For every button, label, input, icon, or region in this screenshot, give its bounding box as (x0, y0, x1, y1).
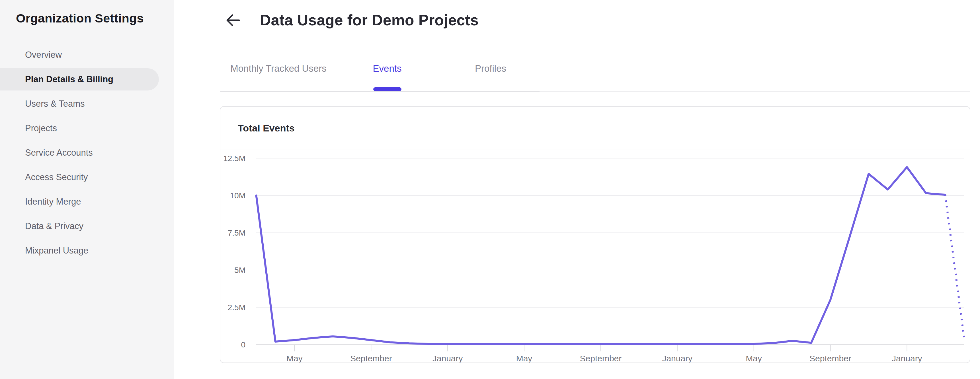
sidebar-item-overview[interactable]: Overview (0, 43, 174, 67)
svg-text:May: May (516, 354, 533, 363)
svg-text:September: September (580, 354, 622, 363)
svg-text:0: 0 (241, 340, 245, 349)
card-title: Total Events (238, 123, 295, 134)
sidebar-item-plan-details-billing[interactable]: Plan Details & Billing (0, 67, 174, 92)
svg-text:January: January (892, 354, 922, 363)
sidebar-item-access-security[interactable]: Access Security (0, 165, 174, 189)
sidebar-item-users-teams[interactable]: Users & Teams (0, 92, 174, 116)
sidebar-item-mixpanel-usage[interactable]: Mixpanel Usage (0, 238, 174, 263)
svg-text:7.5M: 7.5M (228, 228, 245, 237)
svg-text:5M: 5M (234, 266, 245, 274)
svg-text:May: May (286, 354, 303, 363)
tab-bar: Monthly Tracked Users Events Profiles (174, 0, 980, 94)
svg-text:May: May (746, 354, 762, 363)
tab-events[interactable]: Events (373, 63, 402, 74)
svg-text:September: September (810, 354, 851, 363)
sidebar-item-data-privacy[interactable]: Data & Privacy (0, 214, 174, 238)
total-events-card: Total Events 02.5M5M7.5M10M12.5MMaySepte… (220, 106, 970, 363)
svg-text:2.5M: 2.5M (228, 303, 245, 312)
tab-monthly-tracked-users[interactable]: Monthly Tracked Users (230, 63, 326, 74)
sidebar-title: Organization Settings (16, 11, 144, 25)
svg-text:September: September (350, 354, 392, 363)
chart-area: 02.5M5M7.5M10M12.5MMaySeptemberJanuaryMa… (220, 149, 970, 363)
svg-text:January: January (433, 354, 463, 363)
sidebar-item-identity-merge[interactable]: Identity Merge (0, 189, 174, 214)
active-tab-indicator (373, 87, 401, 91)
total-events-chart: 02.5M5M7.5M10M12.5MMaySeptemberJanuaryMa… (220, 149, 970, 363)
sidebar: Organization Settings Overview Plan Deta… (0, 0, 174, 379)
svg-text:12.5M: 12.5M (223, 154, 245, 163)
page: { "sidebar": { "title": "Organization Se… (0, 0, 980, 379)
sidebar-nav: Overview Plan Details & Billing Users & … (0, 43, 174, 263)
svg-text:10M: 10M (230, 191, 245, 200)
main-content: Data Usage for Demo Projects Monthly Tra… (174, 0, 980, 379)
sidebar-item-service-accounts[interactable]: Service Accounts (0, 141, 174, 165)
svg-text:January: January (662, 354, 692, 363)
tab-profiles[interactable]: Profiles (475, 63, 506, 74)
card-header: Total Events (220, 107, 970, 149)
sidebar-item-projects[interactable]: Projects (0, 116, 174, 141)
